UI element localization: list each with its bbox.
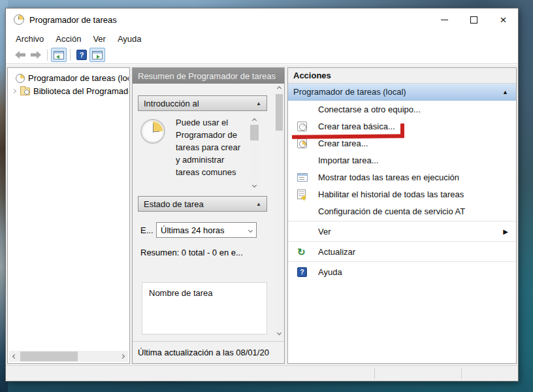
- action-label: Crear tarea...: [318, 139, 368, 148]
- scroll-down-arrow-icon[interactable]: [249, 181, 260, 189]
- status-bar-divider: [461, 368, 462, 379]
- chevron-down-icon: [248, 227, 253, 232]
- action-at-service-account-config[interactable]: Configuración de cuenta de servicio AT: [288, 203, 516, 220]
- actions-separator: [288, 221, 516, 221]
- action-connect-other-computer[interactable]: Conectarse a otro equipo...: [288, 101, 516, 118]
- action-pane-icon: [92, 51, 103, 59]
- minimize-icon: [441, 20, 448, 20]
- task-scheduler-icon: [16, 74, 25, 83]
- collapse-arrow-icon[interactable]: ▲: [502, 89, 508, 95]
- menu-accion[interactable]: Acción: [50, 32, 87, 46]
- time-range-value: Últimas 24 horas: [161, 225, 225, 235]
- action-view[interactable]: Ver ▶: [288, 223, 516, 240]
- task-history-icon: [297, 189, 306, 199]
- action-import-task[interactable]: Importar tarea...: [288, 152, 516, 169]
- scroll-left-arrow-icon[interactable]: [9, 351, 20, 362]
- toolbar-separator: [70, 49, 71, 61]
- action-label: Actualizar: [318, 247, 355, 257]
- action-label: Ver: [318, 227, 331, 237]
- tree-item-task-scheduler[interactable]: Programador de tareas (local): [16, 72, 129, 84]
- scroll-down-arrow-icon[interactable]: [274, 329, 285, 337]
- actions-separator: [288, 241, 516, 242]
- status-summary-text: Resumen: 0 total - 0 en e...: [140, 248, 267, 257]
- menu-archivo[interactable]: Archivo: [10, 32, 50, 46]
- console-tree-pane: Programador de tareas (local) Biblioteca…: [7, 67, 130, 364]
- action-label: Habilitar el historial de todas las tare…: [318, 189, 464, 199]
- actions-pane: Acciones Programador de tareas (local) ▲…: [287, 67, 517, 364]
- menu-bar: Archivo Acción Ver Ayuda: [6, 31, 518, 46]
- time-range-dropdown[interactable]: Últimas 24 horas: [156, 222, 257, 238]
- minimize-button[interactable]: [430, 8, 459, 31]
- tree-item-library[interactable]: Biblioteca del Programador de tareas: [10, 85, 129, 97]
- running-tasks-icon: [297, 173, 308, 182]
- collapse-arrow-icon[interactable]: ▲: [256, 201, 261, 207]
- action-label: Mostrar todas las tareas en ejecución: [318, 172, 459, 182]
- intro-section-title: Introducción al: [144, 99, 199, 108]
- summary-pane: Resumen de Programador de tareas Introdu…: [132, 67, 285, 364]
- scroll-up-arrow-icon[interactable]: [249, 116, 260, 125]
- intro-section-header[interactable]: Introducción al ▲: [138, 95, 267, 111]
- menu-ver[interactable]: Ver: [87, 32, 112, 46]
- menu-ayuda[interactable]: Ayuda: [112, 32, 148, 46]
- create-task-icon: [297, 139, 307, 148]
- toolbar-separator: [47, 49, 48, 61]
- scroll-up-arrow-icon[interactable]: [274, 84, 285, 93]
- status-filter-label: E...: [140, 225, 155, 235]
- back-icon: [14, 50, 27, 59]
- scroll-right-arrow-icon[interactable]: [117, 351, 128, 362]
- action-refresh[interactable]: ↻ Actualizar: [288, 243, 516, 260]
- show-action-pane-button[interactable]: [89, 48, 105, 62]
- help-icon: ?: [297, 267, 307, 277]
- forward-button[interactable]: [28, 48, 44, 62]
- window-title: Programador de tareas: [29, 15, 117, 25]
- actions-group-header[interactable]: Programador de tareas (local) ▲: [288, 84, 516, 101]
- action-label: Importar tarea...: [318, 155, 378, 165]
- scrollbar-thumb[interactable]: [250, 125, 259, 140]
- actions-pane-title: Acciones: [288, 68, 516, 84]
- action-label: Conectarse a otro equipo...: [318, 105, 421, 114]
- last-update-text: Última actualización a las 08/01/20: [133, 341, 284, 363]
- scrollbar-thumb[interactable]: [276, 94, 283, 131]
- maximize-icon: [470, 16, 477, 24]
- expand-chevron-icon[interactable]: [12, 89, 16, 93]
- tree-item-label: Programador de tareas (local): [28, 73, 129, 83]
- refresh-icon: ↻: [297, 247, 306, 257]
- action-show-running-tasks[interactable]: Mostrar todas las tareas en ejecución: [288, 169, 516, 186]
- help-toolbar-button[interactable]: ?: [74, 48, 89, 62]
- action-help[interactable]: ? Ayuda: [288, 263, 516, 280]
- action-enable-history[interactable]: Habilitar el historial de todas las tare…: [288, 186, 516, 203]
- maximize-button[interactable]: [459, 8, 489, 31]
- show-console-tree-button[interactable]: [51, 48, 67, 62]
- toolbar: ?: [6, 46, 518, 64]
- tree-horizontal-scrollbar[interactable]: [9, 351, 128, 362]
- intro-text: Puede usar el Programador de tareas para…: [176, 116, 245, 191]
- back-button[interactable]: [12, 48, 28, 62]
- actions-group-title: Programador de tareas (local): [293, 87, 406, 97]
- action-label: Ayuda: [318, 267, 342, 277]
- clock-app-icon: [14, 14, 24, 25]
- intro-scrollbar[interactable]: [250, 116, 259, 189]
- content-area: Programador de tareas (local) Biblioteca…: [6, 65, 518, 365]
- status-section-header[interactable]: Estado de tarea ▲: [138, 196, 267, 212]
- collapse-arrow-icon[interactable]: ▲: [256, 101, 261, 106]
- task-name-table: Nombre de tarea: [142, 282, 267, 335]
- close-button[interactable]: ×: [489, 8, 518, 31]
- submenu-arrow-icon: ▶: [503, 228, 508, 235]
- annotation-red-tick: [400, 123, 404, 137]
- summary-scrollbar[interactable]: [275, 84, 283, 337]
- task-library-folder-icon: [20, 88, 30, 95]
- actions-separator: [288, 261, 516, 262]
- tree-item-label: Biblioteca del Programador de tareas: [33, 86, 129, 96]
- status-bar-divider: [374, 368, 375, 379]
- scrollbar-thumb[interactable]: [20, 351, 78, 361]
- title-bar[interactable]: Programador de tareas ×: [6, 8, 518, 31]
- task-scheduler-window: Programador de tareas × Archivo Acción V…: [5, 8, 519, 382]
- status-bar: [6, 365, 518, 381]
- task-name-column-header[interactable]: Nombre de tarea: [149, 288, 213, 298]
- summary-pane-header: Resumen de Programador de tareas: [133, 68, 284, 84]
- close-icon: ×: [500, 14, 507, 25]
- action-label: Crear tarea básica...: [318, 122, 395, 131]
- console-tree-icon: [54, 51, 64, 59]
- forward-icon: [29, 50, 42, 59]
- intro-section-body: Puede usar el Programador de tareas para…: [138, 115, 267, 192]
